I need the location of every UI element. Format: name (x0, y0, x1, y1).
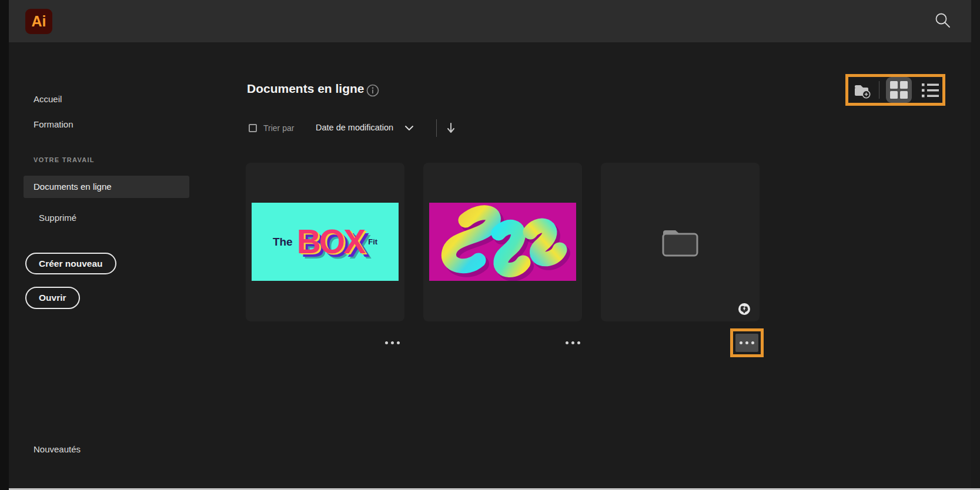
folder-card[interactable] (601, 163, 760, 321)
new-folder-button[interactable] (853, 82, 872, 99)
sidebar-item-accueil[interactable]: Accueil (34, 94, 62, 104)
list-view-button[interactable] (922, 83, 939, 98)
app-window: Ai Accueil Formation VOTRE TRAVAIL Docum… (0, 0, 980, 490)
grid-view-button[interactable] (886, 77, 912, 103)
annotation-box-card-menu (730, 328, 764, 357)
card-menu-button[interactable] (385, 341, 400, 344)
page-title: Documents en ligne (247, 82, 364, 96)
thumbnail-art-text: BOX (297, 225, 364, 259)
topbar: Ai (9, 0, 971, 42)
sidebar-item-formation[interactable]: Formation (34, 119, 73, 129)
document-thumbnail (429, 203, 576, 281)
sort-option-value[interactable]: Date de modification (316, 123, 393, 132)
sort-by-label: Trier par (263, 123, 294, 133)
window-edge-right (971, 0, 980, 490)
ellipsis-icon (740, 341, 754, 344)
card-menu-button[interactable] (735, 333, 759, 353)
sidebar-section-votre-travail: VOTRE TRAVAIL (34, 156, 95, 163)
cloud-sync-icon (738, 303, 751, 316)
create-new-button[interactable]: Créer nouveau (25, 253, 116, 274)
annotation-box-view-toolbar (845, 74, 945, 106)
card-menu-button[interactable] (566, 341, 580, 344)
sidebar-item-documents-en-ligne[interactable]: Documents en ligne (24, 176, 189, 198)
toolbar-divider (879, 81, 879, 99)
sort-direction-icon[interactable] (446, 122, 456, 135)
fluid-script-artwork (429, 203, 576, 281)
sidebar-item-supprime[interactable]: Supprimé (39, 213, 76, 223)
sidebar-item-nouveautes[interactable]: Nouveautés (34, 444, 81, 454)
grid-view-icon (890, 81, 908, 99)
thumbnail-art-text: The (273, 236, 293, 249)
thumbnail-art-text: Fit (368, 237, 377, 246)
window-edge-left (0, 0, 9, 490)
chevron-down-icon[interactable] (404, 125, 414, 131)
illustrator-logo[interactable]: Ai (25, 9, 52, 34)
open-button[interactable]: Ouvrir (25, 287, 80, 309)
document-card[interactable]: The BOX Fit (246, 163, 404, 321)
sort-divider (436, 119, 437, 137)
illustrator-logo-text: Ai (32, 13, 46, 30)
select-all-checkbox[interactable] (249, 124, 257, 132)
info-icon[interactable] (366, 84, 379, 97)
search-icon[interactable] (934, 11, 952, 30)
folder-icon (661, 226, 700, 258)
document-thumbnail: The BOX Fit (252, 203, 399, 281)
document-card[interactable] (423, 163, 582, 321)
